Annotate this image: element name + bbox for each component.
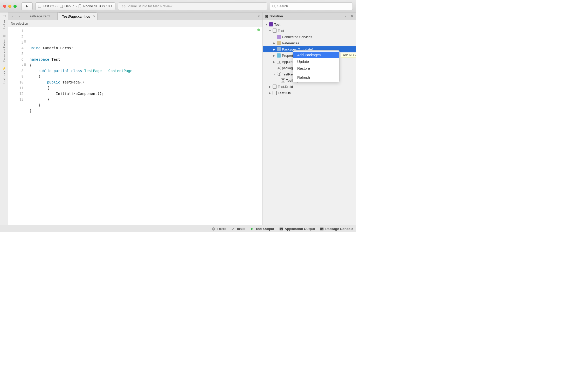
config-icon	[60, 5, 63, 8]
chevron-right-icon[interactable]: ▶	[273, 42, 276, 45]
nav-forward-button[interactable]: ›	[16, 13, 22, 19]
chevron-right-icon[interactable]: ▶	[273, 54, 276, 57]
close-tab-button[interactable]: ×	[93, 14, 95, 18]
chevron-right-icon: ›	[57, 4, 58, 8]
tree-item[interactable]: ▶Test.iOS	[263, 90, 356, 96]
code-line[interactable]: namespace Test	[30, 57, 262, 62]
code-line[interactable]: {	[30, 85, 262, 91]
code-line[interactable]: InitializeComponent();	[30, 91, 262, 96]
close-pad-button[interactable]: ✕	[350, 15, 354, 18]
run-button[interactable]	[21, 2, 33, 10]
unit-tests-pad[interactable]: Unit Tests ⚡	[2, 66, 6, 83]
solution-tree[interactable]: ▼Test▼TestConnected Services▶References▶…	[263, 20, 356, 225]
tree-item[interactable]: ▶Test.Droid	[263, 83, 356, 90]
tree-item[interactable]: ▶References	[263, 40, 356, 46]
chevron-down-icon[interactable]: ▼	[273, 73, 276, 76]
chevron-right-icon[interactable]: ▶	[268, 85, 272, 88]
tree-label: Test	[274, 23, 280, 26]
code-line[interactable]: }	[30, 102, 262, 108]
tooltip: Add NuGe	[341, 53, 356, 58]
package-console-pad[interactable]: Package Console	[320, 227, 353, 231]
line-number: 4	[8, 45, 24, 51]
panel-icon: ▣	[265, 14, 268, 18]
ref-icon	[277, 41, 281, 45]
tasks-pad[interactable]: Tasks	[231, 227, 245, 231]
context-menu-item[interactable]: Restore	[293, 65, 339, 72]
code-line[interactable]: using Xamarin.Forms;	[30, 45, 262, 51]
code-line[interactable]: public partial class TestPage : ContentP…	[30, 68, 262, 74]
play-icon	[250, 227, 254, 231]
context-menu: Add Packages...UpdateRestoreRefresh	[293, 50, 340, 82]
toolbox-pad[interactable]: Toolbox T	[2, 15, 6, 30]
errors-pad[interactable]: Errors	[212, 227, 226, 231]
tasks-label: Tasks	[236, 227, 245, 231]
context-menu-item[interactable]: Refresh	[293, 74, 339, 81]
solution-header: ▣ Solution ▭ ✕	[263, 12, 356, 20]
context-menu-item[interactable]: Add Packages...	[293, 52, 339, 58]
tree-item[interactable]: ▼Test	[263, 27, 356, 34]
tree-label: Test	[278, 29, 284, 33]
tree-item[interactable]: ▼Test	[263, 21, 356, 27]
code-line[interactable]: }	[30, 96, 262, 102]
chevron-right-icon[interactable]: ▶	[273, 48, 276, 51]
solution-panel: ▣ Solution ▭ ✕ ▼Test▼TestConnected Servi…	[262, 12, 356, 225]
left-tool-gutter: Toolbox T Document Outline ▤ Unit Tests …	[0, 12, 8, 225]
chevron-right-icon[interactable]: ▶	[268, 92, 272, 94]
line-number-gutter: 123–45–67–8910111213	[8, 27, 26, 225]
tool-output-pad[interactable]: Tool Output	[250, 227, 274, 231]
code-line[interactable]: {	[30, 74, 262, 79]
editor-tab[interactable]: TestPage.xaml.cs×	[58, 12, 98, 20]
bottom-bar: Errors Tasks Tool Output Application Out…	[0, 225, 356, 232]
titlebar: Test.iOS › Debug › iPhone SE iOS 10.1 Vi…	[0, 0, 356, 12]
maximize-pad-button[interactable]: ▭	[345, 15, 349, 18]
toolbox-label: Toolbox	[3, 20, 6, 30]
tests-label: Unit Tests	[3, 71, 6, 83]
pkg-console-label: Package Console	[325, 227, 353, 231]
run-target-breadcrumb[interactable]: Test.iOS › Debug › iPhone SE iOS 10.1	[35, 2, 115, 10]
search-input[interactable]	[277, 4, 350, 8]
line-number: 3–	[8, 39, 24, 45]
tab-label: TestPage.xaml	[28, 14, 50, 18]
editor-tab[interactable]: TestPage.xaml	[24, 12, 58, 20]
error-icon	[212, 227, 215, 231]
chevron-right-icon[interactable]: ▶	[273, 60, 276, 63]
svg-rect-6	[320, 227, 323, 230]
proj-icon	[273, 29, 277, 33]
outline-icon: ▤	[2, 34, 6, 38]
xml-icon: <>	[277, 66, 281, 70]
search-box[interactable]	[270, 2, 353, 10]
projb-icon	[273, 91, 277, 95]
context-menu-item[interactable]: Update	[293, 58, 339, 65]
minimize-window-button[interactable]	[8, 5, 11, 8]
status-indicator-icon	[257, 29, 260, 31]
nav-back-button[interactable]: ‹	[10, 13, 16, 19]
code-line[interactable]: public TestPage()	[30, 79, 262, 85]
document-outline-pad[interactable]: Document Outline ▤	[2, 34, 6, 62]
code-line[interactable]	[30, 51, 262, 57]
chevron-down-icon[interactable]: ▼	[265, 23, 268, 26]
line-number: 2	[8, 34, 24, 39]
code-body[interactable]: using Xamarin.Forms;namespace Test{ publ…	[26, 27, 262, 225]
tree-label: Test.iOS	[278, 91, 291, 95]
code-line[interactable]: {	[30, 62, 262, 68]
device-icon	[79, 4, 81, 8]
errors-label: Errors	[217, 227, 226, 231]
code-line[interactable]	[30, 114, 262, 119]
app-output-pad[interactable]: Application Output	[279, 227, 315, 231]
breadcrumb-config: Debug	[64, 4, 74, 8]
tree-item[interactable]: Connected Services	[263, 34, 356, 40]
code-editor[interactable]: 123–45–67–8910111213 using Xamarin.Forms…	[8, 27, 262, 225]
chevron-down-icon[interactable]: ▼	[268, 29, 272, 32]
close-window-button[interactable]	[3, 5, 6, 8]
search-icon	[272, 4, 276, 8]
tabs-dropdown[interactable]: ▾	[255, 12, 262, 20]
visual-studio-icon	[121, 4, 126, 8]
line-number: 6	[8, 57, 24, 62]
tab-label: TestPage.xaml.cs	[62, 15, 90, 18]
line-number: 9	[8, 74, 24, 79]
code-line[interactable]: }	[30, 108, 262, 114]
breadcrumb-subbar[interactable]: No selection	[8, 20, 262, 27]
line-number: 1	[8, 28, 24, 34]
terminal-icon	[320, 227, 324, 231]
fullscreen-window-button[interactable]	[13, 5, 17, 8]
